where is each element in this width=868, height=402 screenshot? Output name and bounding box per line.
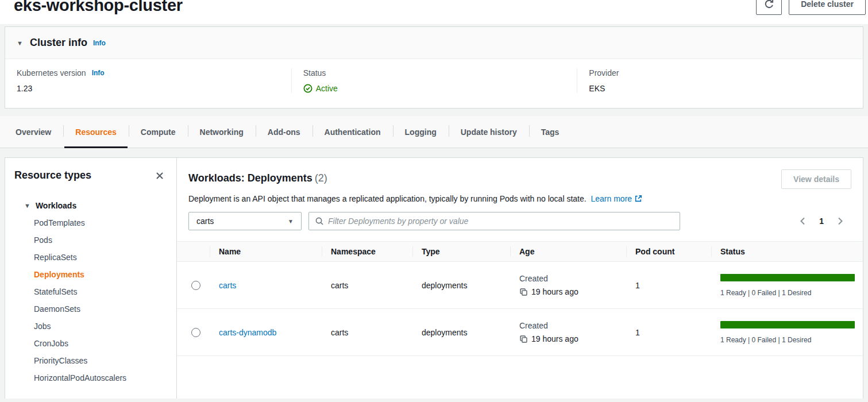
status-cell: 1 Ready | 0 Failed | 1 Desired [711, 321, 863, 344]
learn-more-link[interactable]: Learn more [591, 194, 632, 203]
sidebar-item-deployments[interactable]: Deployments [14, 266, 167, 283]
sidebar-item-cronjobs[interactable]: CronJobs [14, 335, 167, 352]
deployments-table: Name Namespace Type Age Pod count Status… [177, 241, 863, 356]
deployment-name-link[interactable]: carts [219, 281, 236, 290]
table-row: carts carts deployments Created [177, 262, 863, 309]
cluster-info-title: Cluster info [30, 37, 87, 49]
kubernetes-version-field: Kubernetes version Info 1.23 [5, 68, 291, 93]
cluster-info-body: Kubernetes version Info 1.23 Status [5, 59, 863, 108]
tab-overview[interactable]: Overview [3, 116, 63, 148]
namespace-cell: carts [322, 281, 412, 290]
view-details-button[interactable]: View details [781, 169, 851, 189]
resource-types-tree: ▼ Workloads PodTemplates Pods ReplicaSet… [14, 197, 167, 386]
status-text: 1 Ready | 0 Failed | 1 Desired [720, 336, 855, 344]
sidebar-item-jobs[interactable]: Jobs [14, 318, 167, 335]
pod-count-cell: 1 [626, 281, 711, 290]
cluster-tabs: Overview Resources Compute Networking Ad… [0, 116, 868, 148]
page-header-actions: Delete cluster [756, 0, 866, 15]
tab-tags[interactable]: Tags [529, 116, 572, 148]
eks-cluster-page: eks-workshop-cluster Delete cluster ▼ Cl… [0, 0, 868, 402]
tab-add-ons[interactable]: Add-ons [256, 116, 313, 148]
tab-logging[interactable]: Logging [393, 116, 449, 148]
provider-field: Provider EKS [577, 68, 863, 93]
kubernetes-version-value: 1.23 [17, 84, 280, 93]
status-bar [720, 274, 855, 281]
deployments-panel: Workloads: Deployments(2) View details D… [177, 158, 863, 399]
collapse-caret-icon: ▼ [17, 40, 23, 47]
cluster-info-panel: ▼ Cluster info Info Kubernetes version I… [5, 26, 863, 109]
tree-group-workloads[interactable]: ▼ Workloads [14, 197, 167, 214]
pod-count-cell: 1 [626, 328, 711, 337]
caret-down-icon: ▼ [24, 202, 30, 209]
tab-compute[interactable]: Compute [129, 116, 188, 148]
age-value: 19 hours ago [531, 287, 578, 296]
chevron-left-icon[interactable] [798, 217, 808, 226]
namespace-cell: carts [322, 328, 412, 337]
caret-down-icon: ▼ [288, 218, 294, 225]
provider-value: EKS [589, 84, 851, 93]
refresh-button[interactable] [756, 0, 782, 15]
search-box [308, 212, 680, 230]
deployment-name-link[interactable]: carts-dynamodb [219, 328, 276, 337]
pagination: 1 [798, 217, 851, 226]
refresh-icon [764, 0, 774, 9]
chevron-right-icon[interactable] [835, 217, 844, 226]
search-icon [315, 217, 324, 226]
header-type: Type [412, 242, 510, 261]
age-cell: Created 19 hours ago [510, 321, 626, 343]
namespace-filter-dropdown[interactable]: carts ▼ [188, 212, 302, 230]
filter-row: carts ▼ 1 [188, 212, 851, 230]
type-cell: deployments [412, 328, 510, 337]
table-header: Name Namespace Type Age Pod count Status [177, 241, 863, 262]
deployments-title: Workloads: Deployments(2) [188, 169, 327, 184]
sidebar-item-statefulsets[interactable]: StatefulSets [14, 283, 167, 300]
type-cell: deployments [412, 281, 510, 290]
header-name: Name [210, 242, 322, 261]
tab-update-history[interactable]: Update history [449, 116, 529, 148]
sidebar-item-daemonsets[interactable]: DaemonSets [14, 300, 167, 318]
age-cell: Created 19 hours ago [510, 274, 626, 296]
tab-authentication[interactable]: Authentication [313, 116, 393, 148]
resource-types-title: Resource types [14, 169, 91, 181]
sidebar-item-pods[interactable]: Pods [14, 231, 167, 249]
delete-cluster-button[interactable]: Delete cluster [789, 0, 866, 15]
cluster-info-info-link[interactable]: Info [93, 39, 106, 47]
kubernetes-version-info-link[interactable]: Info [92, 69, 105, 77]
search-input[interactable] [328, 217, 674, 226]
row-select-radio[interactable] [191, 328, 200, 337]
deployments-description: Deployment is an API object that manages… [188, 194, 851, 204]
tab-networking[interactable]: Networking [188, 116, 256, 148]
sidebar-item-priorityclasses[interactable]: PriorityClasses [14, 352, 167, 369]
header-select [177, 242, 210, 261]
header-pod-count: Pod count [626, 242, 711, 261]
header-namespace: Namespace [322, 242, 412, 261]
close-icon[interactable] [155, 171, 165, 181]
header-age: Age [510, 242, 626, 261]
provider-label: Provider [589, 68, 619, 78]
age-created-label: Created [519, 274, 626, 283]
age-created-label: Created [519, 321, 626, 330]
table-row: carts-dynamodb carts deployments Created [177, 309, 863, 356]
status-bar [720, 321, 855, 328]
check-circle-icon [303, 84, 313, 93]
page-header: eks-workshop-cluster Delete cluster [0, 0, 868, 24]
tree-group-label: Workloads [36, 201, 76, 210]
status-cell: 1 Ready | 0 Failed | 1 Desired [711, 274, 863, 297]
copy-icon[interactable] [519, 288, 528, 296]
copy-icon[interactable] [519, 335, 528, 343]
page-title: eks-workshop-cluster [14, 0, 183, 15]
resource-types-sidebar: Resource types ▼ Workloads PodTemplates … [5, 158, 177, 399]
status-label: Status [303, 68, 326, 78]
kubernetes-version-label: Kubernetes version [17, 68, 86, 78]
sidebar-item-replicasets[interactable]: ReplicaSets [14, 249, 167, 266]
cluster-info-header[interactable]: ▼ Cluster info Info [5, 27, 863, 59]
sidebar-item-horizontalpodautoscalers[interactable]: HorizontalPodAutoscalers [14, 369, 167, 386]
dropdown-value: carts [196, 217, 214, 226]
header-status: Status [711, 242, 863, 261]
tab-resources[interactable]: Resources [63, 116, 129, 148]
sidebar-item-podtemplates[interactable]: PodTemplates [14, 214, 167, 231]
row-select-radio[interactable] [191, 281, 200, 290]
page-number[interactable]: 1 [819, 217, 824, 226]
age-value: 19 hours ago [531, 334, 578, 343]
deployments-count: (2) [315, 172, 327, 184]
